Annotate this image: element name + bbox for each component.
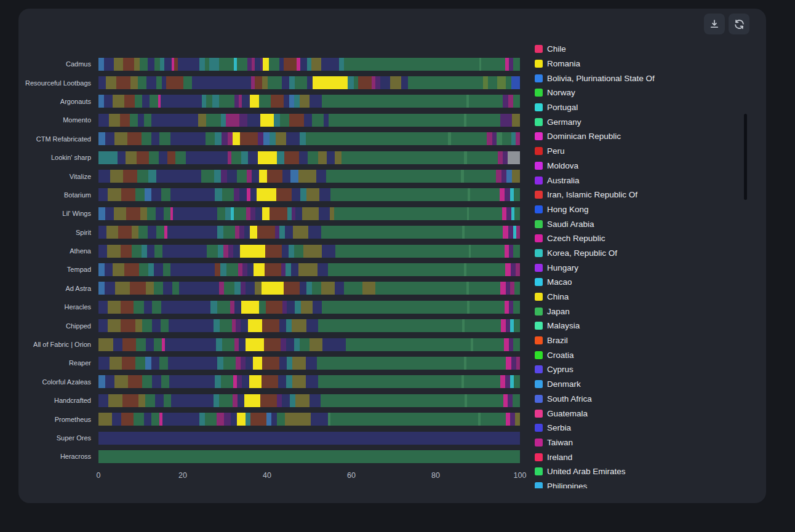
bar-segment[interactable] [466,263,505,276]
bar-segment[interactable] [279,226,285,239]
bar-segment[interactable] [233,132,241,145]
bar-segment[interactable] [348,76,354,89]
bar-segment[interactable] [137,170,149,183]
bar-segment[interactable] [292,188,300,201]
bar-segment[interactable] [228,132,233,145]
bar-segment[interactable] [302,207,319,220]
bar-segment[interactable] [284,95,289,108]
bar-segment[interactable] [114,58,123,71]
bar-segment[interactable] [144,114,151,127]
bar-segment[interactable] [223,226,235,239]
bar-segment[interactable] [138,226,148,239]
bar-segment[interactable] [104,95,113,108]
bar-segment[interactable] [514,375,520,388]
bar-segment[interactable] [274,114,280,127]
bar-segment[interactable] [214,170,221,183]
bar-segment[interactable] [469,282,500,295]
bar-segment[interactable] [330,188,468,201]
bar-segment[interactable] [265,263,281,276]
bar-segment[interactable] [277,151,284,164]
bar-segment[interactable] [500,282,505,295]
bar-segment[interactable] [163,282,172,295]
bar-segment[interactable] [281,263,286,276]
bar-segment[interactable] [263,132,270,145]
bar-segment[interactable] [300,132,306,145]
bar-segment[interactable] [123,58,134,71]
bar-segment[interactable] [252,170,260,183]
bar-segment[interactable] [209,58,219,71]
bar-segment[interactable] [116,76,130,89]
bar-segment[interactable] [492,132,497,145]
legend-item[interactable]: Chile [535,44,764,57]
legend-item[interactable]: Croatia [535,347,764,362]
bar-segment[interactable] [513,245,520,258]
bar-segment[interactable] [132,245,142,258]
bar-segment[interactable] [467,394,503,407]
bar-segment[interactable] [244,394,260,407]
bar-segment[interactable] [284,151,299,164]
bar-segment[interactable] [306,375,318,388]
bar-segment[interactable] [136,338,146,351]
bar-segment[interactable] [270,207,287,220]
bar-segment[interactable] [140,58,147,71]
bar-segment[interactable] [154,282,163,295]
bar-segment[interactable] [104,58,114,71]
legend-item[interactable]: Cyprus [535,362,764,377]
bar-segment[interactable] [516,357,520,370]
bar-segment[interactable] [260,114,274,127]
bar-segment[interactable] [362,282,375,295]
bar-segment[interactable] [161,95,202,108]
bar-segment[interactable] [497,76,506,89]
bar-segment[interactable] [266,413,271,426]
bar-segment[interactable] [505,301,509,314]
bar-segment[interactable] [247,114,260,127]
bar-segment[interactable] [354,76,359,89]
bar-segment[interactable] [298,263,318,276]
bar-segment[interactable] [301,301,313,314]
bar-segment[interactable] [514,282,520,295]
bar-segment[interactable] [505,263,511,276]
bar-segment[interactable] [281,338,286,351]
legend-item[interactable]: Saudi Arabia [535,216,764,231]
bar-segment[interactable] [224,282,234,295]
bar-segment[interactable] [222,188,234,201]
bar-segment[interactable] [512,114,521,127]
bar-segment[interactable] [286,132,299,145]
bar-segment[interactable] [142,95,150,108]
bar-segment[interactable] [375,282,467,295]
bar-segment[interactable] [145,188,152,201]
bar-segment[interactable] [147,207,156,220]
bar-segment[interactable] [508,226,513,239]
bar-segment[interactable] [108,301,121,314]
bar-segment[interactable] [451,132,487,145]
bar-segment[interactable] [121,245,132,258]
bar-segment[interactable] [112,413,121,426]
bar-segment[interactable] [108,188,121,201]
bar-segment[interactable] [121,319,135,332]
bar-segment[interactable] [321,282,335,295]
bar-segment[interactable] [246,207,250,220]
bar-segment[interactable] [214,394,220,407]
legend-item[interactable]: Australia [535,173,764,188]
legend-item[interactable]: Brazil [535,333,764,348]
bar-segment[interactable] [121,413,134,426]
bar-segment[interactable] [509,301,513,314]
bar-segment[interactable] [215,263,221,276]
bar-segment[interactable] [279,319,287,332]
bar-segment[interactable] [156,207,164,220]
bar-segment[interactable] [122,338,136,351]
bar-segment[interactable] [255,207,262,220]
bar-segment[interactable] [98,319,108,332]
bar-segment[interactable] [214,319,220,332]
bar-segment[interactable] [496,170,501,183]
bar-segment[interactable] [466,357,506,370]
bar-segment[interactable] [162,413,199,426]
bar-segment[interactable] [114,207,126,220]
bar-segment[interactable] [317,357,464,370]
bar-segment[interactable] [234,338,239,351]
bar-segment[interactable] [289,114,304,127]
bar-segment[interactable] [98,95,104,108]
bar-segment[interactable] [130,282,146,295]
bar-segment[interactable] [226,263,238,276]
bar-segment[interactable] [241,301,258,314]
